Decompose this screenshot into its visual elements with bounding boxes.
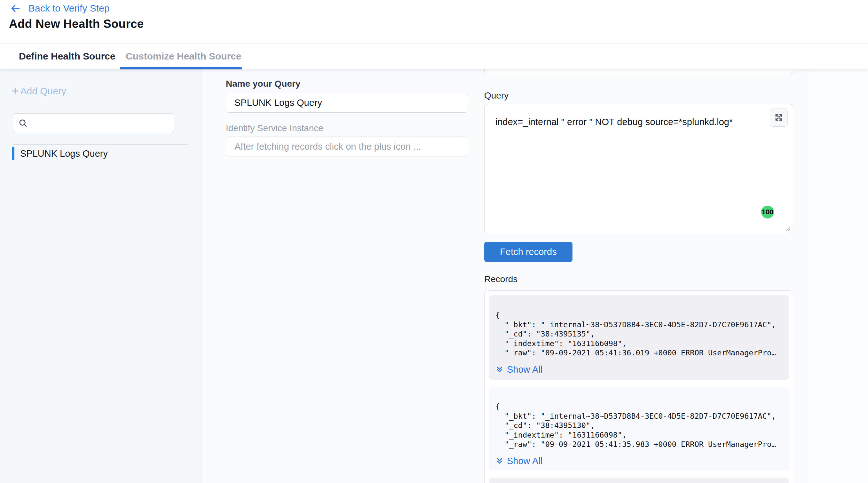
records-label: Records [484, 274, 518, 284]
record-json-line: { [495, 310, 783, 320]
name-query-label: Name your Query [226, 79, 300, 89]
add-health-source-screen: Back to Verify Step Add New Health Sourc… [0, 0, 868, 483]
query-textarea[interactable]: index=_internal " error " NOT debug sour… [485, 104, 793, 234]
record-json-line: "_indextime": "1631166098", [495, 430, 783, 440]
sidebar-divider [13, 145, 188, 145]
page-header: Back to Verify Step Add New Health Sourc… [0, 0, 868, 69]
back-link-label: Back to Verify Step [28, 3, 110, 14]
record-json-line: "_cd": "38:4395130", [495, 421, 783, 430]
fetch-records-button[interactable]: Fetch records [484, 242, 572, 262]
tab-customize-health-source[interactable]: Customize Health Source [120, 43, 247, 69]
double-chevron-down-icon [495, 365, 504, 373]
query-name-input[interactable] [226, 93, 468, 113]
active-tab-underline [120, 67, 242, 69]
sidebar-item-splunk-logs-query[interactable]: SPLUNK Logs Query [12, 147, 191, 160]
query-editor: index=_internal " error " NOT debug sour… [484, 104, 793, 234]
right-gutter [808, 69, 868, 483]
main-content: Name your Query Identify Service Instanc… [202, 69, 808, 483]
tab-define-health-source[interactable]: Define Health Source [13, 43, 121, 69]
double-chevron-down-icon [495, 457, 504, 465]
record-card: { "_bkt": "_internal~38~D537D8B4-3EC0-4D… [489, 387, 789, 471]
service-instance-input[interactable] [226, 137, 468, 156]
page-title: Add New Health Source [9, 17, 144, 31]
query-search [13, 113, 174, 133]
search-icon [18, 118, 28, 128]
query-item-label: SPLUNK Logs Query [20, 148, 108, 159]
record-json-line: "_raw": "09-09-2021 05:41:36.019 +0000 E… [495, 348, 783, 358]
selected-item-bar [12, 147, 14, 160]
show-all-label: Show All [507, 364, 542, 375]
record-card: { "_bkt": "_internal~38~D537D8B4-3EC0-4D… [489, 295, 789, 380]
tab-bar: Define Health Source Customize Health So… [0, 43, 868, 69]
record-json-line: "_bkt": "_internal~38~D537D8B4-3EC0-4D5E… [495, 320, 783, 330]
record-json-line: "_cd": "38:4395135", [495, 329, 783, 339]
record-json-line: "_indextime": "1631166098", [495, 339, 783, 349]
record-json-line: "_bkt": "_internal~38~D537D8B4-3EC0-4D5E… [495, 412, 783, 421]
record-json-line: { [495, 402, 783, 412]
expand-icon [774, 113, 783, 122]
back-arrow-icon [10, 3, 21, 14]
add-query-label: Add Query [21, 86, 66, 97]
expand-query-button[interactable] [770, 108, 788, 127]
record-json-line: "_raw": "09-09-2021 05:41:35.983 +0000 E… [495, 440, 783, 449]
show-all-link[interactable]: Show All [495, 364, 542, 375]
query-label: Query [484, 91, 508, 101]
show-all-link[interactable]: Show All [495, 456, 542, 466]
show-all-label: Show All [507, 456, 542, 466]
record-card-partial [489, 478, 789, 483]
add-query-button[interactable]: + Add Query [11, 86, 66, 97]
identify-service-instance-label: Identify Service Instance [226, 123, 323, 133]
search-input[interactable] [13, 113, 174, 133]
query-sidebar: + Add Query SPLUNK Logs Query [0, 69, 202, 483]
records-container: { "_bkt": "_internal~38~D537D8B4-3EC0-4D… [484, 291, 793, 483]
textarea-resize-grip[interactable] [784, 225, 791, 232]
plus-icon: + [11, 86, 19, 96]
record-count-badge: 100 [761, 206, 774, 218]
back-to-verify-link[interactable]: Back to Verify Step [10, 3, 110, 14]
